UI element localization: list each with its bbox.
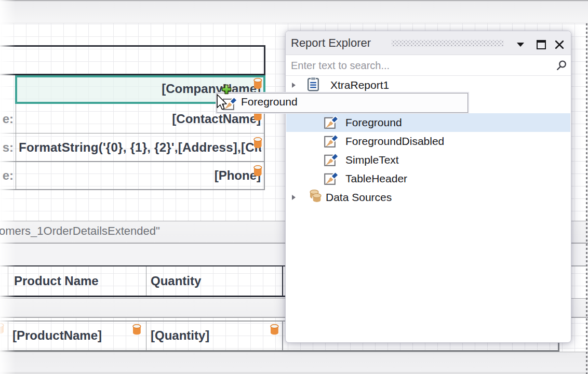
drag-ghost-label: Foreground <box>241 92 298 112</box>
panel-drag-grip[interactable] <box>392 40 504 47</box>
customer-table-row1-right-border <box>264 45 265 75</box>
contact-name-label: e: <box>0 105 14 132</box>
tree-item-foregrounddisabled[interactable]: ForegroundDisabled <box>286 132 570 151</box>
panel-dropdown-button[interactable] <box>517 43 524 47</box>
customer-table-bottom-border <box>0 189 265 190</box>
style-icon <box>324 135 338 148</box>
bottom-edge <box>0 372 588 374</box>
order-detail-bottom-border <box>0 350 559 352</box>
quantity-header-cell[interactable]: Quantity <box>151 268 280 295</box>
address-label: s: <box>0 134 14 161</box>
tree-item-tableheader[interactable]: TableHeader <box>286 169 570 188</box>
address-cell[interactable]: FormatString('{0}, {1}, {2}',[Address],[… <box>19 134 261 161</box>
panel-maximize-button[interactable] <box>537 40 546 49</box>
report-explorer-panel: Report Explorer Enter text to search... … <box>285 31 571 343</box>
db-field-icon <box>253 137 262 149</box>
db-field-icon <box>253 78 262 89</box>
tree-item-label[interactable]: TableHeader <box>345 169 407 188</box>
panel-close-button[interactable] <box>554 39 565 50</box>
data-sources-icon <box>306 189 323 204</box>
tree-item-simpletext[interactable]: SimpleText <box>286 151 570 169</box>
quantity-cell[interactable]: [Quantity] <box>151 322 280 349</box>
order-detail-column-border <box>146 322 147 350</box>
order-header-column-border <box>146 266 147 296</box>
customer-table-row1-top-border <box>0 45 265 47</box>
band-strip-top-edge <box>0 0 588 2</box>
tree-item-label[interactable]: XtraReport1 <box>330 76 389 95</box>
tree-item-label[interactable]: Data Sources <box>326 188 392 207</box>
tree-item-label[interactable]: Foreground <box>345 113 402 132</box>
chevron-right-icon[interactable] <box>292 83 296 88</box>
product-name-header-cell[interactable]: Product Name <box>14 268 144 295</box>
tree-item-foreground[interactable]: Foreground <box>286 113 570 132</box>
product-name-cell[interactable]: [ProductName] <box>12 322 142 349</box>
panel-title: Report Explorer <box>291 31 371 55</box>
page-margin-dashed-line <box>586 23 587 374</box>
chevron-right-icon[interactable] <box>292 195 296 200</box>
mouse-cursor <box>217 94 228 111</box>
tree-item-label[interactable]: ForegroundDisabled <box>345 132 444 151</box>
db-field-icon <box>132 324 141 335</box>
phone-label: e: <box>0 162 14 189</box>
style-icon <box>324 116 338 129</box>
tree-item-data-sources[interactable]: Data Sources <box>286 188 570 207</box>
search-input[interactable]: Enter text to search... <box>291 55 540 76</box>
band-strip-top[interactable] <box>0 0 588 23</box>
search-icon[interactable] <box>555 60 567 72</box>
order-header-column2-border <box>282 265 284 297</box>
style-icon <box>324 153 338 167</box>
drop-plus-icon <box>221 84 232 95</box>
panel-header[interactable]: Report Explorer <box>286 31 571 55</box>
report-icon <box>307 77 319 91</box>
tree-item-label[interactable]: SimpleText <box>345 151 399 169</box>
style-icon <box>324 172 338 185</box>
search-box[interactable]: Enter text to search... <box>286 55 571 76</box>
band-strip-detail-report-label: omers_1OrderDetailsExtended" <box>0 220 160 242</box>
phone-cell[interactable]: [Phone] <box>104 162 261 189</box>
order-detail-column2-border <box>282 322 283 350</box>
db-field-icon <box>253 165 262 177</box>
db-field-icon <box>270 324 279 335</box>
tree-item-xtrareport1[interactable]: XtraReport1 <box>286 76 570 95</box>
band-area-bottom <box>0 352 588 374</box>
